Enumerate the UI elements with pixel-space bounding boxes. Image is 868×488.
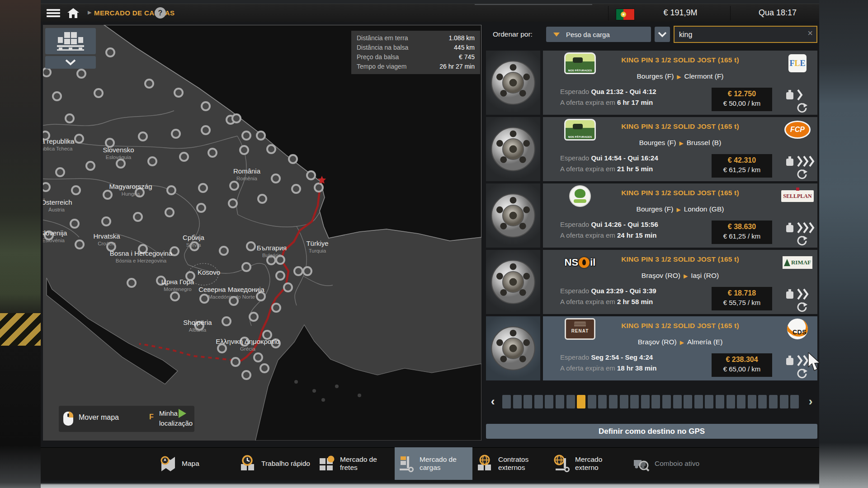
city-node[interactable]: [134, 213, 142, 221]
sort-dropdown[interactable]: Peso da carga: [546, 27, 651, 42]
page-block[interactable]: [662, 395, 671, 408]
page-block[interactable]: [588, 395, 596, 408]
city-node[interactable]: [165, 208, 174, 216]
clear-search-icon[interactable]: ×: [807, 28, 813, 38]
page-block[interactable]: [534, 395, 543, 408]
city-node[interactable]: [257, 292, 265, 300]
city-node[interactable]: [240, 146, 248, 154]
city-node[interactable]: [53, 92, 61, 100]
search-box[interactable]: ×: [674, 26, 817, 43]
city-node[interactable]: [200, 295, 208, 303]
city-node[interactable]: [307, 171, 315, 179]
city-node[interactable]: [77, 70, 85, 78]
map-options-collapse-button[interactable]: [45, 56, 96, 69]
page-block[interactable]: [556, 395, 564, 408]
page-block[interactable]: [694, 395, 703, 408]
page-block[interactable]: [684, 395, 692, 408]
city-node[interactable]: [284, 283, 292, 291]
page-block[interactable]: [780, 395, 788, 408]
city-node[interactable]: [75, 135, 83, 143]
city-node[interactable]: [257, 131, 265, 140]
city-node[interactable]: [292, 185, 300, 193]
page-block[interactable]: [790, 395, 799, 408]
city-node[interactable]: [208, 149, 217, 157]
city-node[interactable]: [172, 130, 180, 138]
menu-icon[interactable]: [47, 9, 60, 17]
city-node[interactable]: [229, 199, 237, 207]
city-node[interactable]: [272, 174, 280, 183]
page-block[interactable]: [545, 395, 553, 408]
city-node[interactable]: [175, 89, 183, 97]
tab-map[interactable]: Mapa: [159, 447, 231, 480]
page-block-active[interactable]: [577, 395, 585, 408]
page-block[interactable]: [598, 395, 607, 408]
cargo-offer-card[interactable]: RENAT KING PIN 3 1/2 SOLID JOST (165 t) …: [486, 316, 817, 380]
city-node[interactable]: [247, 242, 255, 250]
cargo-offer-card[interactable]: NOS PÂTURAGES KING PIN 3 1/2 SOLID JOST …: [486, 51, 817, 115]
page-previous-button[interactable]: ‹: [486, 394, 500, 409]
city-node[interactable]: [272, 304, 280, 312]
city-node[interactable]: [230, 182, 238, 190]
city-node[interactable]: [220, 247, 228, 255]
city-node[interactable]: [145, 80, 153, 88]
cargo-offer-card[interactable]: NOS PÂTURAGES KING PIN 3 1/2 SOLID JOST …: [486, 117, 817, 181]
page-block[interactable]: [716, 395, 724, 408]
page-block[interactable]: [502, 395, 511, 408]
cargo-offer-card[interactable]: KING PIN 3 1/2 SOLID JOST (165 t) SELLPL…: [486, 183, 817, 248]
page-block[interactable]: [620, 395, 628, 408]
city-node[interactable]: [250, 313, 258, 321]
trailer-filter-button[interactable]: [45, 28, 96, 54]
city-node[interactable]: [218, 344, 226, 352]
city-node[interactable]: [180, 153, 188, 161]
city-node[interactable]: [167, 186, 175, 194]
city-node[interactable]: [276, 272, 284, 280]
tab-freight[interactable]: Mercado de fretes: [317, 447, 390, 480]
city-node[interactable]: [315, 183, 323, 192]
city-node[interactable]: [72, 186, 80, 194]
city-node[interactable]: [75, 240, 84, 249]
page-next-button[interactable]: ›: [804, 394, 817, 409]
page-block[interactable]: [737, 395, 745, 408]
page-block[interactable]: [566, 395, 575, 408]
city-node[interactable]: [106, 48, 114, 56]
tab-cargo[interactable]: Mercado de cargas: [397, 447, 469, 480]
city-node[interactable]: [104, 191, 112, 199]
cargo-offer-card[interactable]: NSil KING PIN 3 1/2 SOLID JOST (165 t) R…: [486, 250, 817, 314]
city-node[interactable]: [102, 217, 110, 225]
page-block[interactable]: [641, 395, 650, 408]
city-node[interactable]: [199, 184, 207, 192]
europe-map[interactable]: á republikaública TchecaSlovenskoEslováq…: [43, 25, 481, 441]
city-node[interactable]: [231, 358, 240, 366]
city-node[interactable]: [171, 292, 179, 300]
page-block[interactable]: [748, 395, 756, 408]
city-node[interactable]: [139, 132, 147, 141]
city-node[interactable]: [56, 168, 64, 176]
city-node[interactable]: [242, 131, 250, 140]
tab-contracts[interactable]: Contratos externos: [476, 447, 548, 480]
city-node[interactable]: [242, 371, 250, 379]
page-block[interactable]: [673, 395, 682, 408]
city-node[interactable]: [202, 102, 210, 110]
city-node[interactable]: [289, 155, 297, 163]
city-node[interactable]: [148, 157, 156, 165]
city-node[interactable]: [254, 353, 262, 361]
page-block[interactable]: [726, 395, 735, 408]
city-node[interactable]: [127, 279, 136, 287]
city-node[interactable]: [66, 114, 74, 122]
help-icon[interactable]: ?: [155, 7, 166, 19]
city-node[interactable]: [267, 145, 275, 153]
page-block[interactable]: [630, 395, 639, 408]
city-node[interactable]: [117, 160, 125, 168]
city-node[interactable]: [197, 204, 205, 212]
set-gps-destination-button[interactable]: Definir como destino no GPS: [486, 424, 817, 439]
page-block[interactable]: [705, 395, 713, 408]
city-node[interactable]: [258, 195, 266, 203]
sort-expand-button[interactable]: [655, 27, 670, 42]
search-input[interactable]: [678, 28, 802, 42]
city-node[interactable]: [86, 162, 94, 170]
city-node[interactable]: [71, 220, 79, 228]
tab-clock[interactable]: Trabalho rápido: [239, 447, 311, 480]
page-block[interactable]: [758, 395, 767, 408]
city-node[interactable]: [202, 126, 210, 134]
city-node[interactable]: [94, 89, 103, 97]
